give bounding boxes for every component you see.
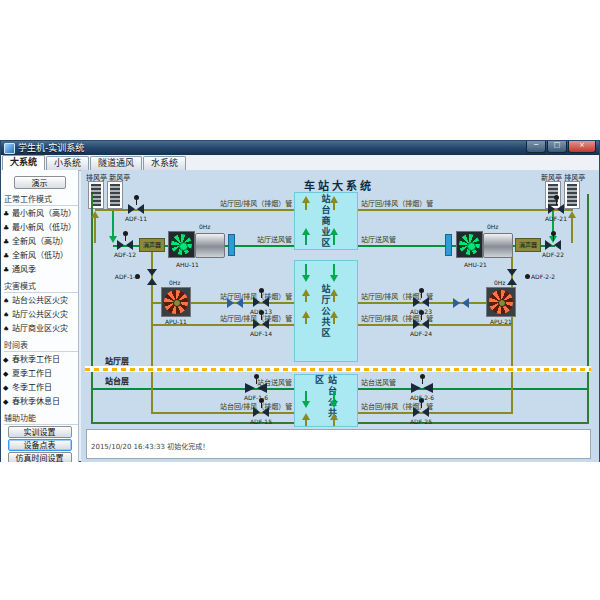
sched-summer-workday[interactable]: ◆夏季工作日 xyxy=(3,367,78,381)
ahu-left-label: AHU-11 xyxy=(176,261,199,268)
ahu-right-running[interactable] xyxy=(456,231,512,259)
floor-divider-dashes xyxy=(85,368,591,371)
fan-mode-icon: ♣ xyxy=(3,207,12,221)
ahu-left-running[interactable] xyxy=(168,231,224,259)
window-title: 学生机-实训系统 xyxy=(18,141,84,155)
device-point-table-button[interactable]: 设备点表 xyxy=(8,439,72,451)
damper-bowtie-icon xyxy=(253,297,269,307)
return-fan-left-frequency: 0Hz xyxy=(169,279,180,286)
fire-icon: ♠ xyxy=(3,294,12,308)
ahu-right-frequency: 0Hz xyxy=(487,223,498,230)
zone-exhaust-arrow xyxy=(302,311,310,324)
check-damper-icon xyxy=(227,298,243,308)
pipe-label-platform-supply: 站台送风管 xyxy=(361,379,396,387)
return-fan-left-label: APU-11 xyxy=(165,318,187,325)
minimize-button[interactable]: ─ xyxy=(526,141,546,153)
demo-button[interactable]: 演示 xyxy=(14,176,66,189)
section-auxiliary: 辅助功能 xyxy=(4,412,78,425)
pipe-label-hall-supply: 站厅送风管 xyxy=(361,236,396,244)
silencer-box: 消声器 xyxy=(515,238,541,252)
platform-floor-label: 站台层 xyxy=(105,375,129,386)
fan-mode-icon: ♣ xyxy=(3,249,12,263)
sched-springfall-holiday[interactable]: ◆春秋季休息日 xyxy=(3,395,78,409)
return-fan-right-stopped[interactable] xyxy=(486,287,516,317)
tab-water-system[interactable]: 水系统 xyxy=(143,156,186,170)
damper-bowtie-icon xyxy=(128,204,144,214)
app-window: 学生机-实训系统 ─ □ × 大系统 小系统 隧道通风 水系统 演示 正常工作模… xyxy=(0,140,600,462)
return-fan-right-frequency: 0Hz xyxy=(494,279,505,286)
zone-exhaust-arrow xyxy=(330,311,338,324)
damper-bowtie-icon xyxy=(253,407,269,417)
ahu-left-frequency: 0Hz xyxy=(199,223,210,230)
damper-bowtie-icon xyxy=(507,269,517,285)
zone-supply-arrow xyxy=(302,391,310,408)
floor-divider xyxy=(85,366,591,372)
silencer-box: 消声器 xyxy=(139,238,165,252)
pipe-label-hall-exhaust: 站厅回/排风（排烟）管 xyxy=(361,200,433,208)
exhaust-shaft-icon xyxy=(564,181,580,209)
event-log-panel[interactable]: 2015/10/20 16:43:33 初始化完成！ xyxy=(86,429,591,459)
damper-bowtie-icon xyxy=(413,297,429,307)
return-fan-left-stopped[interactable] xyxy=(161,287,191,317)
mode-vent-season[interactable]: ♣通风季 xyxy=(3,263,78,277)
maximize-button[interactable]: □ xyxy=(547,141,567,153)
tab-tunnel-vent[interactable]: 隧道通风 xyxy=(90,156,142,170)
mode-min-fresh-high[interactable]: ♣最小新风（高功） xyxy=(3,207,78,221)
title-bar: 学生机-实训系统 ─ □ × xyxy=(1,141,599,155)
damper-bowtie-icon xyxy=(411,383,433,393)
app-icon xyxy=(4,143,15,154)
section-disaster-mode: 灾害模式 xyxy=(4,280,78,293)
screenshot-stage: 学生机-实训系统 ─ □ × 大系统 小系统 隧道通风 水系统 演示 正常工作模… xyxy=(0,0,600,600)
damper-bowtie-icon xyxy=(545,240,561,250)
fan-mode-icon: ♣ xyxy=(3,221,12,235)
fan-wheel-running-icon xyxy=(456,231,483,258)
zone-exhaust-arrow xyxy=(302,289,310,302)
zone-supply-arrow xyxy=(302,264,310,282)
damper-bowtie-icon xyxy=(413,319,429,329)
zone-exhaust-arrow xyxy=(330,413,338,426)
sched-winter-workday[interactable]: ◆冬季工作日 xyxy=(3,381,78,395)
zone-supply-arrow xyxy=(302,228,310,245)
fire-platform-public[interactable]: ♠站台公共区火灾 xyxy=(3,294,78,308)
fire-icon: ♠ xyxy=(3,322,12,336)
damper-bowtie-icon xyxy=(147,269,157,285)
zone-supply-arrow xyxy=(330,228,338,245)
damper-actuator-icon xyxy=(525,274,530,279)
damper-ADF-1-2-vertical[interactable]: ADF-1-2 xyxy=(141,266,163,288)
mode-min-fresh-low[interactable]: ♣最小新风（低功） xyxy=(3,221,78,235)
sidebar: 演示 正常工作模式 ♣最小新风（高功） ♣最小新风（低功） ♣全新风（高功） ♣… xyxy=(1,170,79,462)
tab-small-system[interactable]: 小系统 xyxy=(46,156,89,170)
check-damper-icon xyxy=(453,298,469,308)
sched-springfall-workday[interactable]: ◆春秋季工作日 xyxy=(3,353,78,367)
zone-exhaust-arrow xyxy=(330,289,338,302)
return-fan-right-label: APU-21 xyxy=(490,318,512,325)
fire-hall-public[interactable]: ♠站厅公共区火灾 xyxy=(3,308,78,322)
hall-floor-label: 站厅层 xyxy=(105,355,129,366)
clock-icon: ◆ xyxy=(3,353,12,367)
zone-supply-arrow xyxy=(330,391,338,408)
zone-exhaust-arrow xyxy=(302,413,310,426)
tab-big-system[interactable]: 大系统 xyxy=(2,155,45,170)
mode-full-fresh-high[interactable]: ♣全新风（高功） xyxy=(3,235,78,249)
zone-exhaust-arrow xyxy=(302,196,310,210)
clock-icon: ◆ xyxy=(3,367,12,381)
section-normal-mode: 正常工作模式 xyxy=(4,193,78,206)
ahu-body xyxy=(195,233,225,258)
damper-bowtie-icon xyxy=(253,319,269,329)
zone-supply-arrow xyxy=(330,264,338,282)
fire-icon: ♠ xyxy=(3,308,12,322)
mode-full-fresh-low[interactable]: ♣全新风（低功） xyxy=(3,249,78,263)
pipe-label-hall-exhaust: 站厅回/排风（排烟）管 xyxy=(220,200,292,208)
ahu-right-label: AHU-21 xyxy=(464,261,487,268)
right-outer-loop-line xyxy=(587,194,589,424)
diagram-title: 车站大系统 xyxy=(254,177,424,193)
fan-mode-icon: ♣ xyxy=(3,263,12,277)
fire-hall-commercial[interactable]: ♠站厅商业区火灾 xyxy=(3,322,78,336)
sim-time-settings-button[interactable]: 仿真时间设置 xyxy=(8,452,72,462)
close-button[interactable]: × xyxy=(568,141,596,153)
hvac-diagram-canvas: 排风亭 新风亭 新风亭 排风亭 车站大系统 xyxy=(81,170,599,462)
log-message: 2015/10/20 16:43:33 初始化完成！ xyxy=(91,441,209,451)
duct-connector xyxy=(228,234,235,256)
training-settings-button[interactable]: 实训设置 xyxy=(8,426,72,438)
section-schedule: 时间表 xyxy=(4,339,78,352)
